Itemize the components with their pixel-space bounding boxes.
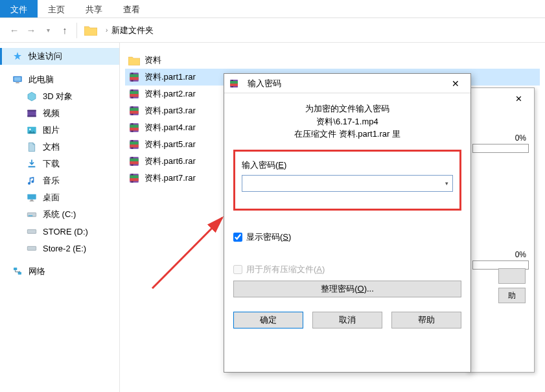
password-dropdown-button[interactable]: ▾ [441, 176, 452, 191]
svg-rect-36 [130, 144, 139, 148]
video-icon [26, 108, 38, 119]
svg-rect-49 [230, 84, 238, 86]
file-name: 资料.part1.rar [145, 71, 196, 83]
svg-rect-16 [18, 272, 21, 275]
sidebar-this-pc[interactable]: 此电脑 [0, 71, 119, 88]
svg-point-7 [29, 128, 31, 130]
sidebar-item-label: 文档 [43, 141, 60, 153]
show-password-check-input[interactable] [233, 233, 242, 242]
tab-share[interactable]: 共享 [75, 0, 113, 17]
svg-rect-24 [130, 94, 139, 97]
rar-icon [228, 78, 240, 89]
desktop-icon [26, 192, 38, 203]
tab-home[interactable]: 主页 [38, 0, 75, 17]
dialog-titlebar[interactable]: 输入密码 ✕ [224, 74, 470, 93]
ribbon-tabs: 文件 主页 共享 查看 [0, 0, 545, 18]
sidebar-item-label: 网络 [29, 266, 45, 277]
sidebar-quick-access[interactable]: 快速访问 [0, 48, 119, 65]
sidebar-drive-c[interactable]: 系统 (C:) [0, 206, 119, 223]
sidebar-item-label: STORE (D:) [43, 227, 88, 236]
svg-rect-43 [130, 176, 139, 179]
pictures-icon [26, 124, 38, 136]
svg-rect-31 [130, 125, 139, 128]
bg-button-1[interactable] [498, 268, 526, 284]
pc-icon [12, 74, 23, 86]
nav-up-button[interactable]: ↑ [57, 23, 73, 38]
sidebar-videos[interactable]: 视频 [0, 105, 119, 122]
sidebar-3d-objects[interactable]: 3D 对象 [0, 88, 119, 105]
dialog-title: 输入密码 [245, 78, 445, 89]
drive-icon [26, 225, 38, 237]
password-input[interactable] [242, 175, 453, 192]
ok-button[interactable]: 确定 [233, 312, 303, 329]
progress-percent: 0% [472, 133, 529, 143]
svg-rect-39 [130, 159, 139, 162]
folder-icon [128, 54, 141, 67]
help-button[interactable]: 帮助 [391, 312, 461, 329]
use-for-all-check-input [233, 265, 242, 274]
documents-icon [26, 141, 38, 153]
music-icon [26, 175, 38, 187]
svg-rect-32 [130, 128, 139, 131]
progress-bar [472, 144, 529, 153]
sidebar-item-label: 图片 [43, 124, 60, 136]
address-bar: ← → ▾ ↑ › 新建文件夹 [0, 18, 545, 43]
svg-rect-4 [27, 110, 36, 111]
nav-pane: 快速访问 此电脑 3D 对象 视频 图片 文档 下载 [0, 43, 120, 392]
svg-rect-27 [130, 108, 139, 111]
close-button[interactable]: ✕ [509, 92, 528, 105]
tab-view[interactable]: 查看 [113, 0, 150, 17]
sidebar-network[interactable]: 网络 [0, 263, 119, 280]
sidebar-drive-e[interactable]: Store-2 (E:) [0, 240, 119, 257]
password-highlight-box: 输入密码(E) ▾ [233, 150, 461, 211]
sidebar-item-label: Store-2 (E:) [43, 244, 86, 253]
info-line-1: 为加密的文件输入密码 [233, 102, 461, 115]
sidebar-desktop[interactable]: 桌面 [0, 189, 119, 206]
nav-back-button[interactable]: ← [6, 23, 22, 38]
svg-rect-8 [27, 194, 36, 200]
svg-rect-23 [130, 91, 139, 95]
info-line-2: 资料\6.17-1.mp4 [233, 115, 461, 128]
sidebar-drive-d[interactable]: STORE (D:) [0, 223, 119, 240]
bg-help-button[interactable]: 助 [498, 288, 526, 303]
svg-rect-48 [230, 81, 238, 84]
file-name: 资料.part7.rar [145, 172, 196, 184]
breadcrumb-folder[interactable]: 新建文件夹 [111, 25, 154, 36]
svg-rect-19 [130, 75, 139, 78]
password-dialog: 输入密码 ✕ 为加密的文件输入密码 资料\6.17-1.mp4 在压缩文件 资料… [224, 73, 471, 373]
cancel-button[interactable]: 取消 [312, 312, 382, 329]
svg-rect-1 [14, 77, 21, 81]
sidebar-music[interactable]: 音乐 [0, 172, 119, 189]
info-line-3: 在压缩文件 资料.part1.rar 里 [233, 128, 461, 141]
sidebar-documents[interactable]: 文档 [0, 139, 119, 156]
folder-item[interactable]: 资料 [125, 52, 540, 69]
organize-passwords-button[interactable]: 整理密码(O)... [233, 281, 461, 297]
sidebar-item-label: 音乐 [43, 175, 60, 187]
sidebar-item-label: 快速访问 [29, 51, 62, 62]
show-password-checkbox[interactable]: 显示密码(S) [233, 231, 461, 243]
file-name: 资料 [145, 54, 161, 66]
dialog-info: 为加密的文件输入密码 资料\6.17-1.mp4 在压缩文件 资料.part1.… [233, 102, 461, 141]
nav-recent-dropdown[interactable]: ▾ [40, 23, 56, 38]
star-icon [12, 51, 23, 62]
svg-rect-28 [130, 111, 139, 114]
svg-rect-35 [130, 142, 139, 145]
rar-icon [128, 87, 141, 100]
sidebar-downloads[interactable]: 下载 [0, 156, 119, 172]
folder-icon [84, 25, 98, 36]
tab-file[interactable]: 文件 [0, 0, 38, 17]
sidebar-item-label: 桌面 [43, 192, 60, 203]
close-button[interactable]: ✕ [445, 76, 467, 91]
drive-icon [26, 242, 38, 254]
rar-icon [128, 155, 141, 168]
nav-forward-button[interactable]: → [23, 23, 39, 38]
svg-rect-12 [29, 215, 33, 216]
svg-rect-14 [27, 246, 36, 250]
svg-rect-40 [130, 161, 139, 165]
svg-rect-2 [16, 82, 19, 83]
rar-icon [128, 121, 141, 134]
sidebar-pictures[interactable]: 图片 [0, 122, 119, 139]
svg-rect-15 [14, 268, 17, 270]
sidebar-item-label: 系统 (C:) [43, 209, 76, 220]
rar-icon [128, 71, 141, 84]
